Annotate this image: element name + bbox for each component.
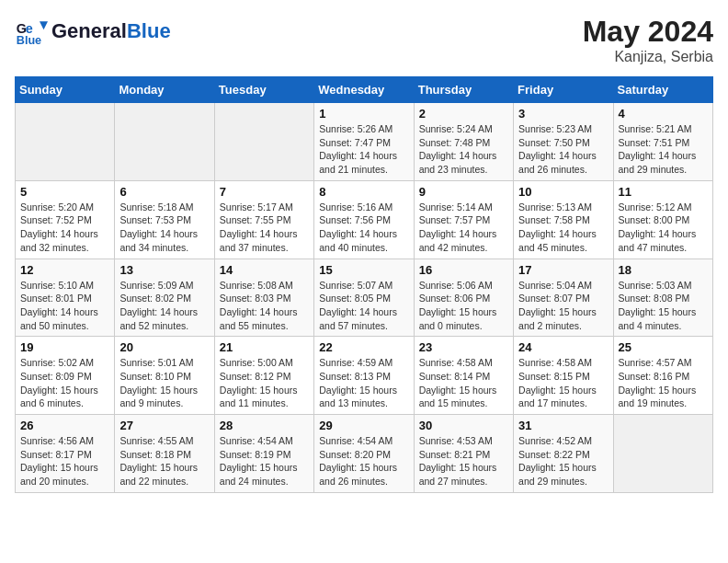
calendar-week-row: 26Sunrise: 4:56 AM Sunset: 8:17 PM Dayli…	[16, 415, 713, 493]
day-number: 15	[319, 263, 408, 277]
logo-text: GeneralBlue	[51, 20, 171, 42]
day-detail: Sunrise: 5:02 AM Sunset: 8:09 PM Dayligh…	[20, 356, 109, 410]
day-detail: Sunrise: 5:00 AM Sunset: 8:12 PM Dayligh…	[220, 356, 309, 410]
day-number: 25	[619, 340, 708, 354]
svg-marker-2	[40, 21, 48, 29]
day-detail: Sunrise: 4:57 AM Sunset: 8:16 PM Dayligh…	[619, 356, 708, 410]
day-detail: Sunrise: 5:14 AM Sunset: 7:57 PM Dayligh…	[419, 201, 508, 255]
calendar-cell: 20Sunrise: 5:01 AM Sunset: 8:10 PM Dayli…	[115, 337, 214, 415]
calendar-cell: 23Sunrise: 4:58 AM Sunset: 8:14 PM Dayli…	[414, 337, 513, 415]
day-detail: Sunrise: 5:01 AM Sunset: 8:10 PM Dayligh…	[119, 356, 209, 410]
weekday-header-row: SundayMondayTuesdayWednesdayThursdayFrid…	[16, 77, 713, 103]
calendar-cell: 4Sunrise: 5:21 AM Sunset: 7:51 PM Daylig…	[613, 103, 712, 181]
day-number: 24	[518, 340, 608, 354]
day-detail: Sunrise: 5:20 AM Sunset: 7:52 PM Dayligh…	[20, 201, 109, 255]
calendar-cell: 8Sunrise: 5:16 AM Sunset: 7:56 PM Daylig…	[314, 180, 414, 259]
day-number: 4	[619, 107, 708, 121]
day-detail: Sunrise: 4:58 AM Sunset: 8:14 PM Dayligh…	[419, 356, 508, 410]
day-detail: Sunrise: 4:56 AM Sunset: 8:17 PM Dayligh…	[20, 434, 109, 488]
calendar-cell	[16, 103, 115, 181]
calendar-cell: 24Sunrise: 4:58 AM Sunset: 8:15 PM Dayli…	[514, 337, 613, 415]
calendar-table: SundayMondayTuesdayWednesdayThursdayFrid…	[15, 76, 713, 493]
day-number: 6	[119, 185, 209, 199]
day-number: 16	[419, 263, 508, 277]
calendar-cell: 27Sunrise: 4:55 AM Sunset: 8:18 PM Dayli…	[115, 415, 214, 493]
day-detail: Sunrise: 4:53 AM Sunset: 8:21 PM Dayligh…	[419, 434, 508, 488]
day-detail: Sunrise: 5:17 AM Sunset: 7:55 PM Dayligh…	[220, 201, 309, 255]
day-number: 22	[319, 340, 408, 354]
calendar-week-row: 1Sunrise: 5:26 AM Sunset: 7:47 PM Daylig…	[16, 103, 713, 181]
weekday-cell: Tuesday	[214, 77, 313, 103]
calendar-cell: 10Sunrise: 5:13 AM Sunset: 7:58 PM Dayli…	[514, 180, 613, 259]
calendar-cell: 9Sunrise: 5:14 AM Sunset: 7:57 PM Daylig…	[414, 180, 513, 259]
day-detail: Sunrise: 5:23 AM Sunset: 7:50 PM Dayligh…	[518, 122, 608, 177]
day-number: 31	[518, 419, 608, 432]
day-detail: Sunrise: 5:21 AM Sunset: 7:51 PM Dayligh…	[619, 122, 708, 177]
calendar-cell: 5Sunrise: 5:20 AM Sunset: 7:52 PM Daylig…	[16, 180, 115, 259]
calendar-week-row: 12Sunrise: 5:10 AM Sunset: 8:01 PM Dayli…	[16, 259, 713, 337]
day-detail: Sunrise: 5:26 AM Sunset: 7:47 PM Dayligh…	[319, 122, 408, 177]
day-detail: Sunrise: 5:13 AM Sunset: 7:58 PM Dayligh…	[518, 201, 608, 255]
location: Kanjiza, Serbia	[583, 49, 713, 65]
calendar-cell: 12Sunrise: 5:10 AM Sunset: 8:01 PM Dayli…	[16, 259, 115, 337]
calendar-cell: 11Sunrise: 5:12 AM Sunset: 8:00 PM Dayli…	[613, 180, 712, 259]
month-year: May 2024	[583, 15, 713, 49]
day-number: 12	[20, 263, 109, 277]
logo: G e Blue GeneralBlue	[15, 15, 171, 48]
day-number: 17	[518, 263, 608, 277]
day-number: 20	[119, 340, 209, 354]
logo-icon: G e Blue	[15, 15, 48, 48]
day-detail: Sunrise: 5:09 AM Sunset: 8:02 PM Dayligh…	[119, 279, 209, 333]
calendar-cell: 25Sunrise: 4:57 AM Sunset: 8:16 PM Dayli…	[613, 337, 712, 415]
calendar-cell: 2Sunrise: 5:24 AM Sunset: 7:48 PM Daylig…	[414, 103, 513, 181]
day-number: 5	[20, 185, 109, 199]
calendar-cell: 30Sunrise: 4:53 AM Sunset: 8:21 PM Dayli…	[414, 415, 513, 493]
day-number: 29	[319, 419, 408, 432]
day-detail: Sunrise: 5:24 AM Sunset: 7:48 PM Dayligh…	[419, 122, 508, 177]
weekday-cell: Monday	[115, 77, 214, 103]
day-number: 26	[20, 419, 109, 432]
day-detail: Sunrise: 4:54 AM Sunset: 8:19 PM Dayligh…	[220, 434, 309, 488]
day-number: 3	[518, 107, 608, 121]
calendar-cell: 1Sunrise: 5:26 AM Sunset: 7:47 PM Daylig…	[314, 103, 414, 181]
day-number: 19	[20, 340, 109, 354]
day-detail: Sunrise: 5:18 AM Sunset: 7:53 PM Dayligh…	[119, 201, 209, 255]
weekday-cell: Friday	[514, 77, 613, 103]
weekday-cell: Sunday	[16, 77, 115, 103]
day-number: 11	[619, 185, 708, 199]
day-detail: Sunrise: 4:52 AM Sunset: 8:22 PM Dayligh…	[518, 434, 608, 488]
svg-text:Blue: Blue	[17, 34, 41, 47]
calendar-cell: 17Sunrise: 5:04 AM Sunset: 8:07 PM Dayli…	[514, 259, 613, 337]
day-detail: Sunrise: 5:07 AM Sunset: 8:05 PM Dayligh…	[319, 279, 408, 333]
day-detail: Sunrise: 5:06 AM Sunset: 8:06 PM Dayligh…	[419, 279, 508, 333]
day-detail: Sunrise: 5:04 AM Sunset: 8:07 PM Dayligh…	[518, 279, 608, 333]
day-number: 28	[220, 419, 309, 432]
calendar-cell: 31Sunrise: 4:52 AM Sunset: 8:22 PM Dayli…	[514, 415, 613, 493]
weekday-cell: Wednesday	[314, 77, 414, 103]
calendar-body: 1Sunrise: 5:26 AM Sunset: 7:47 PM Daylig…	[16, 103, 713, 493]
calendar-cell: 29Sunrise: 4:54 AM Sunset: 8:20 PM Dayli…	[314, 415, 414, 493]
calendar-cell: 7Sunrise: 5:17 AM Sunset: 7:55 PM Daylig…	[214, 180, 313, 259]
day-number: 1	[319, 107, 408, 121]
day-number: 2	[419, 107, 508, 121]
day-detail: Sunrise: 4:54 AM Sunset: 8:20 PM Dayligh…	[319, 434, 408, 488]
page-header: G e Blue GeneralBlue May 2024 Kanjiza, S…	[15, 15, 713, 65]
day-number: 7	[220, 185, 309, 199]
calendar-cell: 15Sunrise: 5:07 AM Sunset: 8:05 PM Dayli…	[314, 259, 414, 337]
weekday-cell: Saturday	[613, 77, 712, 103]
calendar-cell: 6Sunrise: 5:18 AM Sunset: 7:53 PM Daylig…	[115, 180, 214, 259]
day-number: 14	[220, 263, 309, 277]
calendar-week-row: 19Sunrise: 5:02 AM Sunset: 8:09 PM Dayli…	[16, 337, 713, 415]
calendar-week-row: 5Sunrise: 5:20 AM Sunset: 7:52 PM Daylig…	[16, 180, 713, 259]
calendar-cell	[214, 103, 313, 181]
day-detail: Sunrise: 4:59 AM Sunset: 8:13 PM Dayligh…	[319, 356, 408, 410]
day-detail: Sunrise: 5:08 AM Sunset: 8:03 PM Dayligh…	[220, 279, 309, 333]
day-detail: Sunrise: 5:03 AM Sunset: 8:08 PM Dayligh…	[619, 279, 708, 333]
calendar-cell	[115, 103, 214, 181]
day-detail: Sunrise: 4:58 AM Sunset: 8:15 PM Dayligh…	[518, 356, 608, 410]
calendar-cell: 16Sunrise: 5:06 AM Sunset: 8:06 PM Dayli…	[414, 259, 513, 337]
day-detail: Sunrise: 4:55 AM Sunset: 8:18 PM Dayligh…	[119, 434, 209, 488]
weekday-cell: Thursday	[414, 77, 513, 103]
calendar-cell: 26Sunrise: 4:56 AM Sunset: 8:17 PM Dayli…	[16, 415, 115, 493]
day-number: 13	[119, 263, 209, 277]
